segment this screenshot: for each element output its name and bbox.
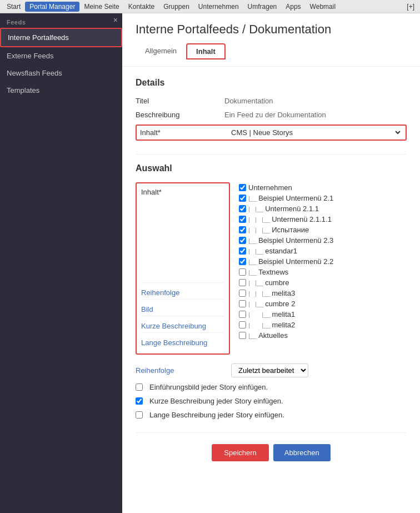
nav-apps[interactable]: Apps [281,2,305,12]
checkbox-item: | | |__ Испытание [239,225,407,235]
left-panel-row-reihenfolge: Reihenfolge [141,282,224,299]
checkbox-indent: | |__ [248,322,272,328]
checkbox-input[interactable] [239,237,246,244]
checkbox-input[interactable] [239,247,246,255]
tab-allgemein[interactable]: Allgemein [136,43,186,59]
checkbox-input[interactable] [239,195,246,202]
left-panel: Inhalt* Reihenfolge Bild Kurze Beschreib… [136,182,230,355]
checkbox-label: Aktuelles [258,331,288,340]
checkbox-indent: |__ [248,195,258,202]
checkbox-input[interactable] [239,279,246,286]
sidebar-item-interne-portalfeeds[interactable]: Interne Portalfeeds [0,28,122,47]
checkbox-item: | |__ Untermenü 2.1.1 [239,203,407,214]
checkbox-item: | |__ cumbre [239,277,407,288]
checkbox-item: Unternehmen [239,182,407,193]
checkbox-indent: | | |__ [248,227,272,233]
left-panel-row-lange: Lange Beschreibung [141,332,224,349]
inhalt-select[interactable]: CMS | Neue Storys [229,128,402,137]
below-auswahl: Reihenfolge Zuletzt bearbeitet Alphabeti… [136,363,407,419]
divider-1 [136,154,407,155]
checkbox-indent: | |__ [248,206,265,212]
checkbox-item: | | |__ melita3 [239,288,407,298]
checkbox-input[interactable] [239,321,246,328]
beschreibung-value: Ein Feed zu der Dokumentation [224,111,326,119]
checkbox-item: | |__ melita1 [239,309,407,320]
nav-start[interactable]: Start [2,2,25,12]
checkbox-input[interactable] [239,205,246,212]
checkbox-item: |__ Aktuelles [239,330,407,341]
auswahl-section-title: Auswahl [136,163,407,173]
content-area: Details Titel Dokumentation Beschreibung… [122,67,420,481]
sidebar-section-feeds: Feeds [0,13,122,28]
checkbox-label: Beispiel Untermenü 2.2 [258,257,333,266]
nav-kontakte[interactable]: Kontakte [124,2,159,12]
option-checkbox[interactable] [136,383,143,391]
nav-webmail[interactable]: Webmail [306,2,340,12]
checkbox-input[interactable] [239,332,246,339]
details-row-inhalt[interactable]: Inhalt* CMS | Neue Storys [136,124,407,141]
save-button[interactable]: Speichern [212,444,269,461]
checkbox-label: melita3 [272,289,295,297]
left-panel-items [141,200,224,278]
nav-umfragen[interactable]: Umfragen [243,2,282,12]
checkbox-indent: | |__ [248,311,272,318]
option-row: Lange Beschreibung jeder Story einfügen. [136,411,407,419]
nav-plus[interactable]: [+] [403,2,418,12]
checkbox-input[interactable] [239,258,246,265]
checkbox-item: | | |__ Untermenü 2.1.1.1 [239,214,407,225]
checkbox-input[interactable] [239,290,246,297]
order-row: Reihenfolge Zuletzt bearbeitet Alphabeti… [136,363,407,377]
tab-inhalt[interactable]: Inhalt [186,43,226,59]
checkbox-indent: |__ [248,258,258,265]
sidebar-close-icon[interactable]: × [113,16,118,24]
checkbox-label: Textnews [258,268,288,276]
top-navigation: Start Portal Manager Meine Seite Kontakt… [0,0,420,13]
option-checkbox[interactable] [136,411,143,419]
left-panel-row-bild: Bild [141,299,224,316]
option-row: Kurze Beschreibung jeder Story einfügen. [136,397,407,405]
checkbox-input[interactable] [239,311,246,318]
checkbox-item: | |__ melita2 [239,320,407,330]
checkbox-input[interactable] [239,300,246,307]
sidebar-item-templates[interactable]: Templates [0,82,122,99]
checkbox-indent: | | |__ [248,290,272,297]
checkbox-label: cumbre [265,278,289,287]
checkbox-input[interactable] [239,216,246,223]
main-header: Interne Portalfeeds / Dokumentation Allg… [122,13,420,67]
left-panel-footer: Reihenfolge Bild Kurze Beschreibung Lang… [141,278,224,349]
checkbox-label: Untermenü 2.1.1.1 [272,215,332,223]
checkbox-label: Испытание [272,226,309,234]
nav-gruppen[interactable]: Gruppen [159,2,194,12]
option-row: Einführungsbild jeder Story einfügen. [136,383,407,391]
titel-value: Dokumentation [224,97,273,105]
main-content: Interne Portalfeeds / Dokumentation Allg… [122,13,420,513]
cancel-button[interactable]: Abbrechen [273,444,331,461]
beschreibung-label: Beschreibung [136,111,224,119]
option-label: Einführungsbild jeder Story einfügen. [149,383,268,391]
sidebar-item-externe-feeds[interactable]: Externe Feeds [0,47,122,64]
main-layout: × Feeds Interne Portalfeeds Externe Feed… [0,13,420,513]
checkbox-label: melita2 [272,321,295,329]
checkbox-indent: | |__ [248,248,265,255]
checkbox-input[interactable] [239,184,246,191]
checkbox-item: | |__ estandar1 [239,246,407,256]
titel-label: Titel [136,97,224,105]
checkbox-indent: | |__ [248,280,265,286]
details-section-title: Details [136,78,407,88]
details-row-beschreibung: Beschreibung Ein Feed zu der Dokumentati… [136,111,407,119]
sidebar-item-newsflash-feeds[interactable]: Newsflash Feeds [0,64,122,82]
checkbox-label: estandar1 [265,247,297,255]
checkbox-item: |__ Beispiel Untermenü 2.1 [239,193,407,203]
sidebar: × Feeds Interne Portalfeeds Externe Feed… [0,13,122,513]
page-title: Interne Portalfeeds / Dokumentation [136,22,407,37]
nav-meine-seite[interactable]: Meine Seite [79,2,123,12]
checkbox-input[interactable] [239,226,246,233]
option-checkbox[interactable] [136,397,143,405]
order-select[interactable]: Zuletzt bearbeitet Alphabetisch Datum [231,363,308,377]
nav-portal-manager[interactable]: Portal Manager [25,2,79,12]
tab-bar: Allgemein Inhalt [136,43,407,59]
checkbox-label: Beispiel Untermenü 2.1 [258,194,333,202]
checkbox-input[interactable] [239,268,246,276]
order-label: Reihenfolge [136,366,224,375]
nav-unternehmen[interactable]: Unternehmen [194,2,243,12]
